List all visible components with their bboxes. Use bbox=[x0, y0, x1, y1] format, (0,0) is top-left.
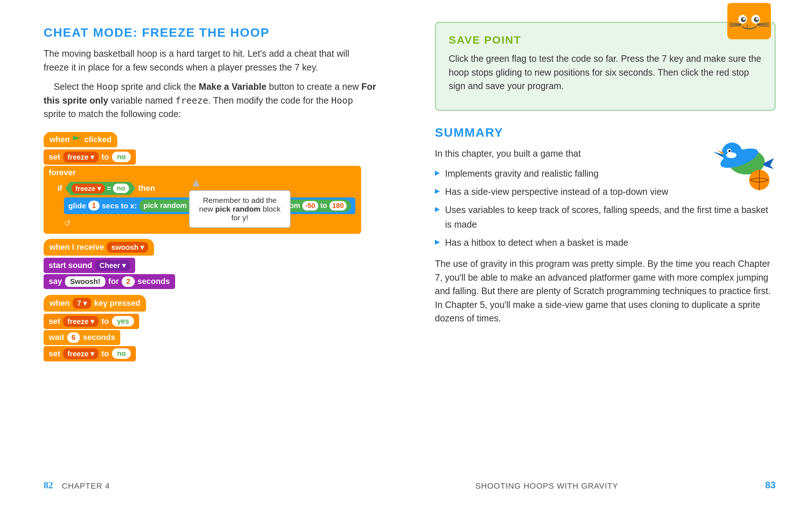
save-point-title: SAVE POINT bbox=[449, 34, 762, 46]
when-key-label: when bbox=[49, 298, 70, 308]
no-val-cond: no bbox=[113, 184, 129, 193]
clicked-label: clicked bbox=[84, 135, 112, 144]
block-group-3: when 7 ▾ key pressed bbox=[44, 295, 377, 312]
scratch-cat-icon bbox=[727, 3, 771, 45]
freeze-var-3: freeze ▾ bbox=[63, 348, 98, 359]
svg-point-8 bbox=[743, 18, 745, 20]
two-num: 2 bbox=[122, 276, 134, 287]
condition-block: freeze ▾ = no bbox=[65, 182, 135, 195]
start-sound-label: start sound bbox=[49, 261, 92, 270]
freeze-var-2: freeze ▾ bbox=[63, 316, 98, 327]
block-group-1: when clicked bbox=[44, 132, 377, 147]
forever-header: forever bbox=[44, 166, 361, 180]
bird-illustration bbox=[703, 125, 776, 201]
wait-block: wait 6 seconds bbox=[44, 330, 377, 345]
set-label-2: set bbox=[49, 317, 60, 326]
key-pressed-label: key pressed bbox=[94, 298, 140, 308]
seven-dropdown: 7 ▾ bbox=[73, 298, 91, 309]
cheer-dropdown: Cheer ▾ bbox=[95, 260, 130, 271]
no-val-2: no bbox=[112, 348, 131, 359]
when-receive-label: when I receive bbox=[49, 243, 104, 252]
pick-random-x-label: pick random bbox=[144, 201, 187, 210]
intro-paragraph2: Select the Hoop sprite and click the Mak… bbox=[44, 80, 377, 121]
set-label: set bbox=[49, 152, 60, 162]
freeze-var-cond: freeze ▾ bbox=[72, 184, 104, 193]
page-number-left: 82 bbox=[44, 480, 53, 491]
page-number-right: 83 bbox=[765, 480, 776, 491]
key-pressed-hat: when 7 ▾ key pressed bbox=[44, 295, 146, 312]
summary-closing: The use of gravity in this program was p… bbox=[435, 257, 776, 325]
scratch-area: when clicked set freeze ▾ to no forever … bbox=[44, 132, 377, 361]
svg-point-22 bbox=[728, 150, 731, 152]
then-label: then bbox=[138, 184, 155, 193]
say-inner: say Swoosh! for 2 seconds bbox=[44, 274, 175, 289]
callout-arrow bbox=[193, 179, 200, 187]
callout-text: Remember to add the new pick random bloc… bbox=[199, 196, 280, 222]
set-label-3: set bbox=[49, 349, 60, 358]
save-point-text: Click the green flag to test the code so… bbox=[449, 52, 762, 93]
right-page: SAVE POINT Click the green flag to test … bbox=[406, 0, 812, 509]
set-freeze-no: set freeze ▾ to no bbox=[44, 346, 377, 361]
if-label: if bbox=[57, 184, 62, 193]
glide-label: glide bbox=[68, 201, 86, 210]
to-label-2: to bbox=[101, 317, 109, 326]
equals-sign: = bbox=[107, 184, 111, 193]
glide-num: 1 bbox=[88, 201, 100, 211]
when-receive-hat: when I receive swoosh ▾ bbox=[44, 239, 154, 256]
six-num: 6 bbox=[67, 332, 80, 343]
for-label: for bbox=[108, 277, 119, 286]
callout-container: Remember to add the new pick random bloc… bbox=[189, 190, 377, 228]
left-page: CHEAT MODE: FREEZE THE HOOP The moving b… bbox=[0, 0, 406, 509]
swoosh-dropdown: swoosh ▾ bbox=[107, 242, 148, 253]
block-group-2: when I receive swoosh ▾ bbox=[44, 239, 377, 256]
set-freeze-no-inner: set freeze ▾ to no bbox=[44, 346, 136, 361]
set-block-1: set freeze ▾ to no bbox=[44, 149, 377, 165]
start-sound-block: start sound Cheer ▾ bbox=[44, 258, 377, 273]
intro-paragraph1: The moving basketball hoop is a hard tar… bbox=[44, 47, 377, 74]
swoosh-text: Swoosh! bbox=[65, 276, 105, 287]
svg-point-23 bbox=[726, 152, 736, 158]
freeze-var-1: freeze ▾ bbox=[63, 152, 98, 163]
list-item: Uses variables to keep track of scores, … bbox=[435, 203, 776, 232]
say-block: say Swoosh! for 2 seconds bbox=[44, 274, 377, 289]
list-item: Has a hitbox to detect when a basket is … bbox=[435, 235, 776, 250]
wait-label: wait bbox=[49, 333, 64, 342]
save-point-box: SAVE POINT Click the green flag to test … bbox=[435, 22, 776, 111]
set-freeze-yes: set freeze ▾ to yes bbox=[44, 314, 377, 329]
page-label-right: Shooting Hoops with Gravity bbox=[475, 481, 618, 491]
no-input-1: no bbox=[112, 152, 131, 162]
say-label: say bbox=[49, 277, 62, 286]
seconds-label-2: seconds bbox=[83, 333, 115, 342]
left-title: CHEAT MODE: FREEZE THE HOOP bbox=[44, 25, 377, 40]
to-label-1: to bbox=[101, 152, 109, 162]
to-label-3: to bbox=[101, 349, 109, 358]
summary-section: SUMMARY In this chapter, you built a gam… bbox=[435, 125, 776, 325]
svg-point-9 bbox=[756, 18, 758, 20]
start-sound-inner: start sound Cheer ▾ bbox=[44, 258, 135, 273]
wait-inner: wait 6 seconds bbox=[44, 330, 120, 345]
when-label: when bbox=[49, 135, 70, 144]
page-label-left: Chapter 4 bbox=[62, 481, 110, 491]
flag-icon bbox=[73, 136, 81, 143]
secs-to-x-label: secs to x: bbox=[102, 201, 137, 210]
callout-box: Remember to add the new pick random bloc… bbox=[189, 190, 291, 228]
set-freeze-yes-inner: set freeze ▾ to yes bbox=[44, 314, 139, 329]
yes-val: yes bbox=[112, 316, 134, 326]
seconds-label-1: seconds bbox=[138, 277, 170, 286]
